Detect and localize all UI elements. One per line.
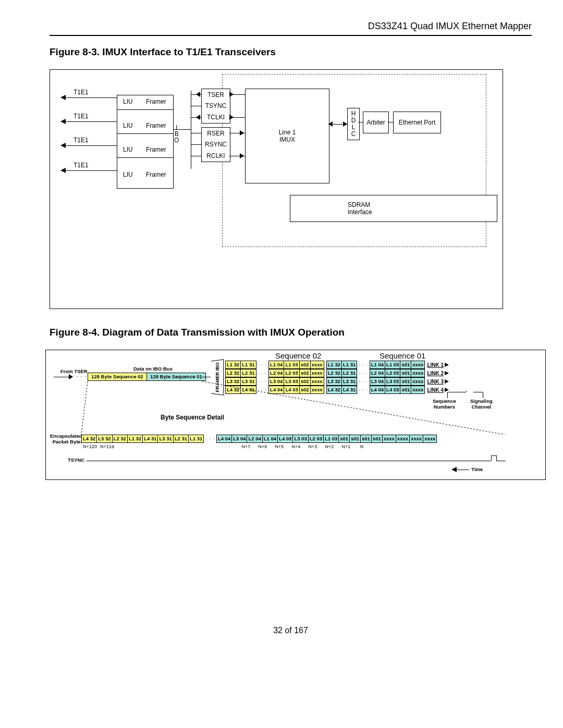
link-label: LINK 4 bbox=[425, 387, 445, 393]
lane-cell: L4 31 bbox=[342, 386, 357, 394]
lane-cell: L2 04 bbox=[370, 369, 385, 377]
lane-cell: L3 03 bbox=[284, 377, 299, 386]
detail-cell: L3 04 bbox=[232, 435, 247, 443]
detail-cell: L1 03 bbox=[324, 435, 339, 443]
link-label: LINK 1 bbox=[425, 362, 445, 368]
lane-cell: L3 31 bbox=[241, 377, 256, 386]
figure-8-3-diagram: T1E1 LIU Framer T1E1 LIU Framer T1E1 LIU… bbox=[50, 69, 503, 309]
sig-tsync: TSYNC bbox=[201, 100, 230, 112]
link-row: L2 32L2 31· · ·L2 04L2 03s02xxxxL2 32L2 … bbox=[225, 369, 449, 377]
detail-cell: xxxx bbox=[383, 435, 396, 443]
figure-8-3-title: Figure 8-3. IMUX Interface to T1/E1 Tran… bbox=[50, 46, 532, 58]
lane-cell: xxxx bbox=[311, 377, 324, 386]
lane-cell: xxxx bbox=[311, 386, 324, 394]
detail-cell: s01 bbox=[339, 435, 350, 443]
t1e1-label-3: T1E1 bbox=[74, 137, 89, 144]
lane-cell: L3 32 bbox=[326, 377, 342, 386]
link-row: L4 32L4 31· · ·L4 04L4 03s02xxxxL4 32L4 … bbox=[225, 386, 449, 394]
detail-cell: s01 bbox=[361, 435, 372, 443]
lane-cell: L3 32 bbox=[225, 377, 241, 386]
figure-8-4-diagram: Sequence 02 Sequence 01 From TSER Data o… bbox=[45, 350, 546, 480]
liu-4: LIU bbox=[123, 171, 133, 178]
lane-cell: L2 32 bbox=[326, 369, 342, 377]
link-label: LINK 2 bbox=[425, 371, 445, 376]
arrow-t1e1-3 bbox=[60, 143, 66, 148]
framer-1: Framer bbox=[146, 98, 166, 105]
detail-cell: L2 04 bbox=[247, 435, 262, 443]
detail-cell: xxxx bbox=[423, 435, 437, 443]
framer-3: Framer bbox=[146, 146, 166, 153]
lane-cell: L3 03 bbox=[385, 377, 400, 386]
lane-cell: xxxx bbox=[311, 361, 324, 369]
lane-cell: L1 03 bbox=[385, 361, 400, 369]
detail-cell: L2 31 bbox=[174, 435, 189, 443]
lane-cell: xxxx bbox=[411, 377, 425, 386]
arrow-t1e1-4 bbox=[60, 168, 66, 173]
row2-bottom bbox=[117, 133, 173, 134]
lane-cell: L1 32 bbox=[326, 361, 342, 369]
detail-cell: xxxx bbox=[396, 435, 410, 443]
framer-4: Framer bbox=[146, 171, 166, 178]
lane-cell: L2 03 bbox=[284, 369, 299, 377]
byte-sequence-detail-label: Byte Sequence Detail bbox=[161, 414, 224, 421]
link-row: L1 32L1 31· · ·L1 04L1 03s02xxxxL1 32L1 … bbox=[225, 361, 449, 369]
lane-cell: s02 bbox=[300, 377, 311, 386]
sig-rsync: RSYNC bbox=[201, 139, 230, 151]
detail-cell: L3 03 bbox=[293, 435, 308, 443]
detail-cell: L4 31 bbox=[143, 435, 158, 443]
lane-cell: L4 03 bbox=[385, 386, 400, 394]
detail-cell: s01 bbox=[372, 435, 383, 443]
lane-cell: L4 04 bbox=[268, 386, 284, 394]
lane-cell: L4 31 bbox=[241, 386, 256, 394]
lane-cell: s01 bbox=[400, 369, 411, 377]
line-t1e1-3 bbox=[66, 145, 117, 146]
sig-rser: RSER bbox=[201, 127, 230, 140]
detail-cell: xxxx bbox=[410, 435, 423, 443]
lane-cell: L2 03 bbox=[385, 369, 400, 377]
packet-byte-label: N+5 bbox=[271, 444, 288, 449]
data-on-ibo-label: Data on IBO Bus bbox=[133, 366, 173, 372]
lane-cell: L4 32 bbox=[326, 386, 342, 394]
seq-block-01: 128 Byte Sequence 01 bbox=[147, 373, 206, 381]
t1e1-label-2: T1E1 bbox=[74, 113, 89, 120]
detail-cell: L4 03 bbox=[278, 435, 293, 443]
imux-label: IMUX bbox=[279, 136, 295, 143]
lane-cell: xxxx bbox=[411, 386, 425, 394]
lane-cell: L1 31 bbox=[342, 361, 357, 369]
encapsulated-label: Encapsulated Packet Byte: bbox=[50, 433, 82, 445]
seq-numbers-label: Sequence Numbers bbox=[433, 398, 456, 410]
page-footer: 32 of 167 bbox=[50, 626, 532, 635]
packet-byte-label: N+6 bbox=[254, 444, 271, 449]
lane-cell: L2 31 bbox=[342, 369, 357, 377]
packet-byte-label: N+119 bbox=[99, 444, 116, 449]
line-t1e1-4 bbox=[66, 170, 117, 171]
lane-cell: L1 04 bbox=[268, 361, 284, 369]
packet-byte-label: N+1 bbox=[338, 444, 354, 449]
t1e1-label-1: T1E1 bbox=[74, 89, 89, 96]
lane-cell: L3 04 bbox=[370, 377, 385, 386]
detail-cell: L3 32 bbox=[97, 435, 112, 443]
signaling-channel-label: Signaling Channel bbox=[470, 398, 493, 410]
detail-cell: L2 03 bbox=[309, 435, 324, 443]
lane-cell: L4 32 bbox=[225, 386, 241, 394]
arrow-t1e1-2 bbox=[60, 119, 66, 124]
svg-line-0 bbox=[81, 381, 88, 435]
line1-label: Line 1 bbox=[279, 129, 296, 136]
line-t1e1-1 bbox=[66, 97, 117, 98]
liu-3: LIU bbox=[123, 146, 133, 153]
lane-cell: xxxx bbox=[311, 369, 324, 377]
sig-tclki: TCLKI bbox=[201, 112, 230, 124]
t1e1-label-4: T1E1 bbox=[74, 162, 89, 169]
line-t1e1-2 bbox=[66, 121, 117, 122]
detail-cell: L2 32 bbox=[113, 435, 128, 443]
detail-cell: L1 31 bbox=[189, 435, 204, 443]
detail-cell: L4 32 bbox=[81, 435, 97, 443]
lane-cell: L2 31 bbox=[241, 369, 256, 377]
time-label: Time bbox=[471, 466, 483, 472]
ethernet-port-box: Ethernet Port bbox=[393, 112, 441, 133]
lane-cell: xxxx bbox=[411, 369, 425, 377]
lane-cell: L3 04 bbox=[268, 377, 284, 386]
seq-block-02: 128 Byte Sequence 02 bbox=[88, 373, 147, 381]
lane-cell: L1 04 bbox=[370, 361, 385, 369]
sequence-01-label: Sequence 01 bbox=[380, 351, 425, 360]
